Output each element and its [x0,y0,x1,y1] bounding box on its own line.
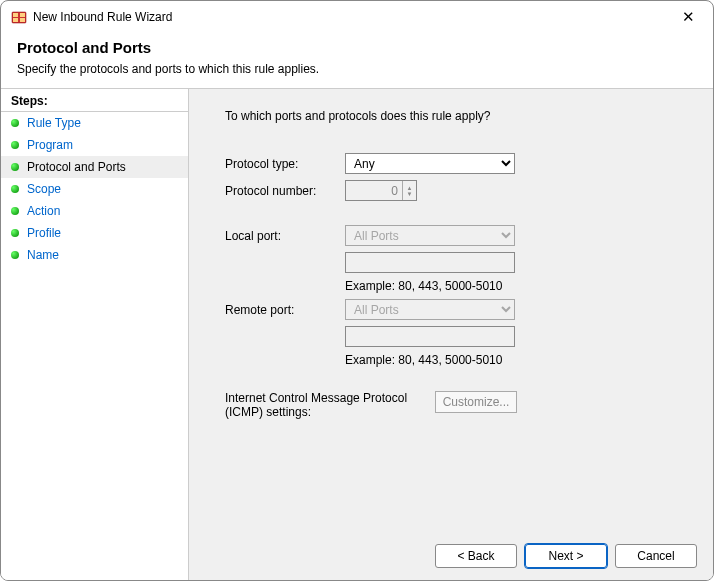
close-icon[interactable]: ✕ [674,8,703,26]
protocol-type-select[interactable]: Any [345,153,515,174]
remote-port-specific-row [225,326,689,347]
local-port-example: Example: 80, 443, 5000-5010 [345,279,689,293]
sidebar-item-label: Program [27,138,73,152]
sidebar-item-label: Action [27,204,60,218]
remote-port-example: Example: 80, 443, 5000-5010 [345,353,689,367]
remote-port-label: Remote port: [225,303,345,317]
sidebar-item-label: Name [27,248,59,262]
sidebar-item-action[interactable]: Action [1,200,188,222]
bullet-icon [11,119,19,127]
bullet-icon [11,207,19,215]
page-title: Protocol and Ports [17,39,697,56]
remote-port-input [345,326,515,347]
protocol-type-label: Protocol type: [225,157,345,171]
window-title: New Inbound Rule Wizard [33,10,674,24]
wizard-footer: < Back Next > Cancel [435,544,697,568]
icmp-row: Internet Control Message Protocol (ICMP)… [225,391,689,419]
customize-button: Customize... [435,391,517,413]
titlebar: New Inbound Rule Wizard ✕ [1,1,713,33]
wizard-body: Steps: Rule Type Program Protocol and Po… [1,88,713,580]
remote-port-row: Remote port: All Ports [225,299,689,320]
protocol-number-spinner: ▲▼ [345,180,417,201]
sidebar-item-label: Scope [27,182,61,196]
bullet-icon [11,141,19,149]
page-subtitle: Specify the protocols and ports to which… [17,62,697,76]
protocol-type-row: Protocol type: Any [225,153,689,174]
spinner-arrows-icon: ▲▼ [402,181,416,200]
svg-rect-1 [13,13,18,17]
sidebar-item-name[interactable]: Name [1,244,188,266]
sidebar-item-profile[interactable]: Profile [1,222,188,244]
bullet-icon [11,251,19,259]
sidebar-item-label: Protocol and Ports [27,160,126,174]
wizard-main: To which ports and protocols does this r… [189,89,713,580]
next-button[interactable]: Next > [525,544,607,568]
steps-heading: Steps: [1,91,188,112]
protocol-number-label: Protocol number: [225,184,345,198]
bullet-icon [11,163,19,171]
svg-rect-3 [13,18,18,22]
bullet-icon [11,229,19,237]
wizard-header: Protocol and Ports Specify the protocols… [1,33,713,88]
sidebar-item-rule-type[interactable]: Rule Type [1,112,188,134]
icmp-label: Internet Control Message Protocol (ICMP)… [225,391,435,419]
steps-sidebar: Steps: Rule Type Program Protocol and Po… [1,89,189,580]
back-button[interactable]: < Back [435,544,517,568]
sidebar-item-label: Profile [27,226,61,240]
sidebar-item-scope[interactable]: Scope [1,178,188,200]
remote-port-select: All Ports [345,299,515,320]
wizard-window: New Inbound Rule Wizard ✕ Protocol and P… [0,0,714,581]
protocol-number-input [346,183,402,199]
sidebar-item-program[interactable]: Program [1,134,188,156]
cancel-button[interactable]: Cancel [615,544,697,568]
sidebar-item-protocol-and-ports[interactable]: Protocol and Ports [1,156,188,178]
app-icon [11,9,27,25]
local-port-row: Local port: All Ports [225,225,689,246]
local-port-label: Local port: [225,229,345,243]
protocol-number-row: Protocol number: ▲▼ [225,180,689,201]
sidebar-item-label: Rule Type [27,116,81,130]
bullet-icon [11,185,19,193]
local-port-input [345,252,515,273]
local-port-select: All Ports [345,225,515,246]
instruction-text: To which ports and protocols does this r… [225,109,689,123]
svg-rect-4 [20,18,25,22]
svg-rect-2 [20,13,25,17]
local-port-specific-row [225,252,689,273]
